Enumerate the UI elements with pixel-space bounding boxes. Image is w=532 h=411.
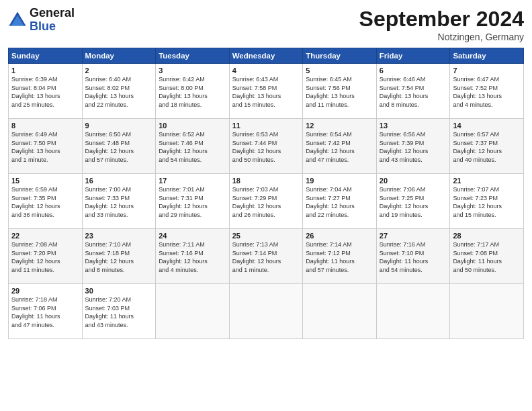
day-number: 25: [232, 232, 300, 240]
day-number: 30: [85, 287, 153, 295]
day-number: 28: [453, 232, 521, 240]
col-tuesday: Tuesday: [156, 48, 230, 64]
day-content: Sunrise: 6:40 AMSunset: 8:02 PMDaylight:…: [85, 76, 134, 108]
table-row: 12Sunrise: 6:54 AMSunset: 7:42 PMDayligh…: [303, 119, 377, 174]
day-number: 21: [453, 177, 521, 185]
table-row: [229, 284, 303, 339]
calendar-week-row: 1Sunrise: 6:39 AMSunset: 8:04 PMDaylight…: [9, 64, 524, 119]
col-saturday: Saturday: [450, 48, 524, 64]
day-content: Sunrise: 7:00 AMSunset: 7:33 PMDaylight:…: [85, 186, 134, 218]
day-number: 17: [159, 177, 226, 185]
table-row: 10Sunrise: 6:52 AMSunset: 7:46 PMDayligh…: [156, 119, 230, 174]
day-number: 1: [11, 66, 79, 75]
table-row: 3Sunrise: 6:42 AMSunset: 8:00 PMDaylight…: [156, 64, 230, 119]
day-content: Sunrise: 7:10 AMSunset: 7:18 PMDaylight:…: [85, 241, 134, 273]
day-number: 27: [380, 232, 447, 240]
day-content: Sunrise: 6:43 AMSunset: 7:58 PMDaylight:…: [232, 76, 281, 108]
day-content: Sunrise: 6:54 AMSunset: 7:42 PMDaylight:…: [306, 131, 355, 163]
location-subtitle: Notzingen, Germany: [359, 32, 524, 42]
table-row: 21Sunrise: 7:07 AMSunset: 7:23 PMDayligh…: [450, 174, 524, 229]
day-content: Sunrise: 7:13 AMSunset: 7:14 PMDaylight:…: [232, 241, 281, 273]
calendar-table: Sunday Monday Tuesday Wednesday Thursday…: [8, 48, 524, 339]
table-row: 1Sunrise: 6:39 AMSunset: 8:04 PMDaylight…: [9, 64, 83, 119]
day-number: 15: [11, 177, 79, 185]
day-number: 16: [85, 177, 153, 185]
day-number: 7: [453, 66, 521, 75]
day-content: Sunrise: 6:46 AMSunset: 7:54 PMDaylight:…: [380, 76, 429, 108]
table-row: 30Sunrise: 7:20 AMSunset: 7:03 PMDayligh…: [82, 284, 156, 339]
col-thursday: Thursday: [303, 48, 377, 64]
calendar-week-row: 29Sunrise: 7:18 AMSunset: 7:06 PMDayligh…: [9, 284, 524, 339]
day-content: Sunrise: 7:01 AMSunset: 7:31 PMDaylight:…: [159, 186, 208, 218]
day-content: Sunrise: 7:03 AMSunset: 7:29 PMDaylight:…: [232, 186, 281, 218]
table-row: 14Sunrise: 6:57 AMSunset: 7:37 PMDayligh…: [450, 119, 524, 174]
day-content: Sunrise: 7:17 AMSunset: 7:08 PMDaylight:…: [453, 241, 502, 273]
table-row: 17Sunrise: 7:01 AMSunset: 7:31 PMDayligh…: [156, 174, 230, 229]
day-content: Sunrise: 7:08 AMSunset: 7:20 PMDaylight:…: [11, 241, 60, 273]
day-content: Sunrise: 7:06 AMSunset: 7:25 PMDaylight:…: [380, 186, 429, 218]
day-number: 11: [232, 122, 300, 130]
table-row: 5Sunrise: 6:45 AMSunset: 7:56 PMDaylight…: [303, 64, 377, 119]
table-row: 20Sunrise: 7:06 AMSunset: 7:25 PMDayligh…: [376, 174, 450, 229]
day-number: 5: [306, 66, 373, 75]
day-number: 23: [85, 232, 153, 240]
table-row: 26Sunrise: 7:14 AMSunset: 7:12 PMDayligh…: [303, 229, 377, 284]
day-number: 9: [85, 122, 153, 130]
calendar-week-row: 22Sunrise: 7:08 AMSunset: 7:20 PMDayligh…: [9, 229, 524, 284]
calendar-week-row: 8Sunrise: 6:49 AMSunset: 7:50 PMDaylight…: [9, 119, 524, 174]
day-number: 13: [380, 122, 447, 130]
day-content: Sunrise: 7:20 AMSunset: 7:03 PMDaylight:…: [85, 296, 134, 328]
day-number: 19: [306, 177, 373, 185]
day-content: Sunrise: 7:04 AMSunset: 7:27 PMDaylight:…: [306, 186, 355, 218]
page-header: General Blue September 2024 Notzingen, G…: [8, 7, 524, 42]
day-content: Sunrise: 7:16 AMSunset: 7:10 PMDaylight:…: [380, 241, 429, 273]
day-content: Sunrise: 6:39 AMSunset: 8:04 PMDaylight:…: [11, 76, 60, 108]
day-number: 4: [232, 66, 300, 75]
day-content: Sunrise: 7:11 AMSunset: 7:16 PMDaylight:…: [159, 241, 208, 273]
table-row: [376, 284, 450, 339]
day-number: 10: [159, 122, 226, 130]
table-row: 16Sunrise: 7:00 AMSunset: 7:33 PMDayligh…: [82, 174, 156, 229]
day-content: Sunrise: 6:52 AMSunset: 7:46 PMDaylight:…: [159, 131, 208, 163]
day-number: 26: [306, 232, 373, 240]
title-block: September 2024 Notzingen, Germany: [359, 7, 524, 42]
table-row: 2Sunrise: 6:40 AMSunset: 8:02 PMDaylight…: [82, 64, 156, 119]
logo-icon: [8, 11, 27, 30]
table-row: 9Sunrise: 6:50 AMSunset: 7:48 PMDaylight…: [82, 119, 156, 174]
day-content: Sunrise: 6:50 AMSunset: 7:48 PMDaylight:…: [85, 131, 134, 163]
table-row: 22Sunrise: 7:08 AMSunset: 7:20 PMDayligh…: [9, 229, 83, 284]
table-row: 15Sunrise: 6:59 AMSunset: 7:35 PMDayligh…: [9, 174, 83, 229]
day-number: 6: [380, 66, 447, 75]
day-number: 24: [159, 232, 226, 240]
logo: General Blue: [8, 7, 75, 34]
day-content: Sunrise: 6:45 AMSunset: 7:56 PMDaylight:…: [306, 76, 355, 108]
day-content: Sunrise: 6:59 AMSunset: 7:35 PMDaylight:…: [11, 186, 60, 218]
day-number: 14: [453, 122, 521, 130]
day-content: Sunrise: 6:53 AMSunset: 7:44 PMDaylight:…: [232, 131, 281, 163]
col-friday: Friday: [376, 48, 450, 64]
calendar-header-row: Sunday Monday Tuesday Wednesday Thursday…: [9, 48, 524, 64]
month-title: September 2024: [359, 7, 524, 32]
table-row: 23Sunrise: 7:10 AMSunset: 7:18 PMDayligh…: [82, 229, 156, 284]
table-row: 11Sunrise: 6:53 AMSunset: 7:44 PMDayligh…: [229, 119, 303, 174]
table-row: 8Sunrise: 6:49 AMSunset: 7:50 PMDaylight…: [9, 119, 83, 174]
table-row: 28Sunrise: 7:17 AMSunset: 7:08 PMDayligh…: [450, 229, 524, 284]
day-content: Sunrise: 6:57 AMSunset: 7:37 PMDaylight:…: [453, 131, 502, 163]
table-row: 19Sunrise: 7:04 AMSunset: 7:27 PMDayligh…: [303, 174, 377, 229]
day-content: Sunrise: 7:18 AMSunset: 7:06 PMDaylight:…: [11, 296, 60, 328]
day-number: 18: [232, 177, 300, 185]
day-content: Sunrise: 7:14 AMSunset: 7:12 PMDaylight:…: [306, 241, 355, 273]
table-row: 24Sunrise: 7:11 AMSunset: 7:16 PMDayligh…: [156, 229, 230, 284]
table-row: 6Sunrise: 6:46 AMSunset: 7:54 PMDaylight…: [376, 64, 450, 119]
table-row: 18Sunrise: 7:03 AMSunset: 7:29 PMDayligh…: [229, 174, 303, 229]
day-number: 2: [85, 66, 153, 75]
table-row: 4Sunrise: 6:43 AMSunset: 7:58 PMDaylight…: [229, 64, 303, 119]
day-number: 12: [306, 122, 373, 130]
day-number: 22: [11, 232, 79, 240]
table-row: [156, 284, 230, 339]
logo-text: General Blue: [30, 7, 75, 34]
col-wednesday: Wednesday: [229, 48, 303, 64]
day-number: 20: [380, 177, 447, 185]
day-number: 3: [159, 66, 226, 75]
col-sunday: Sunday: [9, 48, 83, 64]
